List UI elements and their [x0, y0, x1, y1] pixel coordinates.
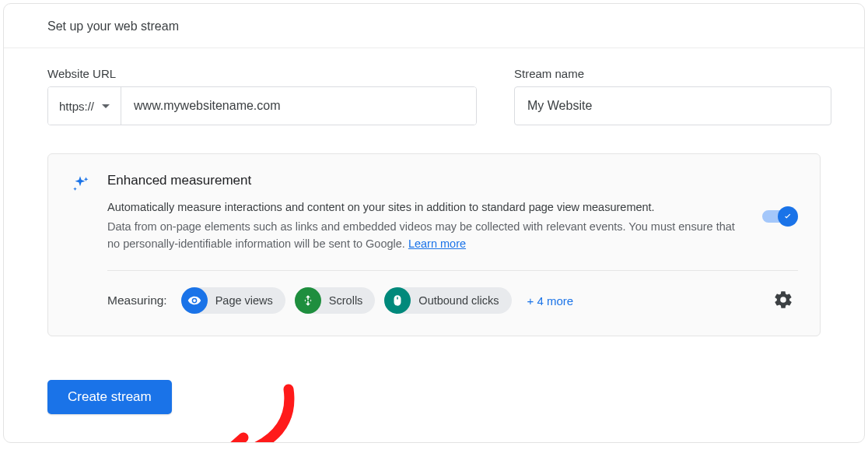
- create-stream-button[interactable]: Create stream: [47, 380, 172, 414]
- toggle-thumb: [778, 206, 798, 227]
- learn-more-link[interactable]: Learn more: [408, 237, 466, 250]
- name-label: Stream name: [514, 67, 831, 80]
- card-title: Set up your web stream: [4, 4, 864, 48]
- sparkle-icon: [70, 173, 90, 317]
- url-input[interactable]: [121, 87, 476, 125]
- panel-title: Enhanced measurement: [107, 173, 798, 188]
- name-field: Stream name: [514, 67, 831, 125]
- enhanced-toggle[interactable]: [761, 206, 798, 227]
- chip-label: Page views: [215, 294, 273, 307]
- panel-content: Enhanced measurement Automatically measu…: [107, 173, 798, 317]
- scroll-icon: [295, 287, 321, 314]
- url-field: Website URL https://: [47, 67, 477, 125]
- gear-icon: [773, 290, 793, 310]
- measuring-label: Measuring:: [107, 294, 167, 308]
- stream-setup-card: Set up your web stream Website URL https…: [3, 3, 865, 443]
- panel-desc-row: Automatically measure interactions and c…: [107, 199, 798, 253]
- settings-button[interactable]: [768, 285, 798, 317]
- divider: [107, 270, 798, 271]
- panel-desc: Automatically measure interactions and c…: [107, 199, 740, 253]
- more-chips-link[interactable]: + 4 more: [527, 294, 574, 308]
- panel-bold-text: Automatically measure interactions and c…: [107, 199, 740, 216]
- stream-name-input[interactable]: [514, 86, 831, 125]
- card-body: Website URL https:// Stream name: [4, 48, 864, 442]
- eye-icon: [181, 287, 208, 314]
- chip-outbound: Outbound clicks: [384, 287, 511, 314]
- chip-label: Outbound clicks: [418, 294, 499, 307]
- measuring-row: Measuring: Page views Scrolls: [107, 285, 798, 317]
- url-input-group: https://: [47, 86, 477, 125]
- url-label: Website URL: [47, 67, 477, 80]
- enhanced-measurement-panel: Enhanced measurement Automatically measu…: [47, 153, 821, 336]
- form-row: Website URL https:// Stream name: [47, 67, 821, 125]
- annotation-arrow: [187, 381, 327, 443]
- protocol-value: https://: [59, 100, 94, 113]
- chip-scrolls: Scrolls: [295, 287, 376, 314]
- chip-label: Scrolls: [329, 294, 363, 307]
- mouse-icon: [384, 287, 411, 314]
- chip-page-views: Page views: [181, 287, 285, 314]
- panel-sub-text: Data from on-page elements such as links…: [107, 218, 740, 253]
- chevron-down-icon: [102, 104, 110, 108]
- protocol-select[interactable]: https://: [48, 87, 121, 125]
- check-icon: [782, 211, 793, 222]
